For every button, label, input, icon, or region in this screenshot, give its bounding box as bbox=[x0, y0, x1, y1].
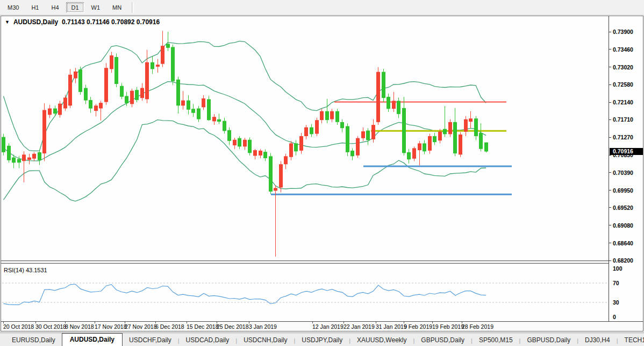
candle-body bbox=[259, 151, 262, 156]
timeframe-toolbar: M30H1H4D1W1MN bbox=[0, 0, 644, 15]
candle-body bbox=[397, 101, 400, 114]
chart-window: ▼AUDUSD,Daily 0.71143 0.71146 0.70892 0.… bbox=[1, 16, 643, 331]
candle-body bbox=[340, 122, 344, 128]
symbol-tab-dj30[interactable]: DJ30,H4 bbox=[578, 334, 617, 346]
symbol-tab-tech100[interactable]: TECH100, bbox=[618, 334, 644, 346]
candle-body bbox=[315, 120, 319, 133]
price-tick-label: 0.72140 bbox=[613, 99, 633, 105]
candle-body bbox=[58, 104, 62, 115]
price-tick-mark bbox=[609, 119, 611, 120]
symbol-tab-audusd-active[interactable]: AUDUSD,Daily bbox=[62, 333, 123, 346]
symbol-tab-usdjpy[interactable]: USDJPY,Daily bbox=[295, 334, 349, 346]
price-tick-mark bbox=[609, 102, 611, 103]
candle-body bbox=[130, 91, 134, 104]
symbol-tab-xauusd[interactable]: XAUUSD,Weekly bbox=[350, 334, 413, 346]
price-tick-label: 0.71710 bbox=[613, 116, 633, 123]
price-tick-mark bbox=[609, 172, 611, 173]
candle-body bbox=[248, 140, 252, 153]
candle-body bbox=[310, 128, 313, 135]
price-tick-label: 0.73900 bbox=[613, 29, 633, 35]
candle-body bbox=[207, 99, 211, 120]
timeframe-button-m30[interactable]: M30 bbox=[2, 2, 24, 13]
price-tick-label: 0.71270 bbox=[613, 134, 633, 140]
ohlc-values: 0.71143 0.71146 0.70892 0.70916 bbox=[62, 18, 160, 26]
candle-body bbox=[151, 62, 154, 69]
symbol-tab-usdcnh[interactable]: USDCNH,Daily bbox=[237, 334, 294, 346]
symbol-tab-sp500[interactable]: SP500,M15 bbox=[473, 334, 519, 346]
price-tick-label: 0.70390 bbox=[613, 170, 633, 176]
candle-body bbox=[433, 136, 437, 142]
date-tick-label: 6 Dec 2018 bbox=[155, 323, 184, 330]
price-tick-label: 0.72580 bbox=[613, 81, 633, 88]
timeframe-button-mn[interactable]: MN bbox=[107, 2, 127, 13]
symbol-tab-usdchf[interactable]: USDCHF,Daily bbox=[123, 334, 178, 346]
timeframe-button-h4[interactable]: H4 bbox=[46, 2, 64, 13]
candle-body bbox=[99, 103, 103, 108]
price-tick-mark bbox=[609, 207, 611, 208]
candle-body bbox=[166, 44, 170, 48]
candle-body bbox=[412, 148, 416, 158]
candle-body bbox=[181, 101, 185, 106]
timeframe-button-w1[interactable]: W1 bbox=[86, 2, 106, 13]
candle-body bbox=[27, 158, 31, 160]
price-tick-label: 0.73460 bbox=[613, 46, 633, 53]
candle-body bbox=[120, 86, 124, 97]
candle-body bbox=[233, 140, 237, 145]
rsi-pane[interactable] bbox=[2, 283, 609, 305]
candle-body bbox=[459, 135, 462, 154]
candle-body bbox=[346, 126, 349, 152]
candle-body bbox=[38, 152, 41, 160]
candle-body bbox=[474, 118, 478, 136]
candle-body bbox=[202, 98, 205, 107]
rsi-line bbox=[4, 284, 486, 305]
candle-body bbox=[171, 47, 175, 81]
candle-body bbox=[243, 140, 247, 147]
candle-body bbox=[371, 125, 375, 139]
price-tick-label: 0.69520 bbox=[613, 204, 633, 211]
price-axis[interactable]: 0.739000.734600.730200.725800.721400.717… bbox=[609, 16, 643, 321]
date-tick-label: 31 Jan 2019 bbox=[376, 323, 407, 330]
price-tick-label: 0.73020 bbox=[613, 64, 633, 70]
symbol-ohlc-header: ▼AUDUSD,Daily 0.71143 0.71146 0.70892 0.… bbox=[5, 18, 160, 26]
candle-body bbox=[125, 96, 128, 103]
candle-body bbox=[104, 68, 108, 102]
candle-body bbox=[223, 121, 226, 131]
symbol-tab-eurusd[interactable]: EURUSD,Daily bbox=[5, 334, 62, 346]
date-tick-label: 3 Jan 2019 bbox=[249, 323, 277, 330]
price-tick-label: 0.68200 bbox=[613, 257, 633, 264]
symbol-dropdown-icon[interactable]: ▼ bbox=[5, 19, 10, 25]
symbol-tab-usdcad[interactable]: USDCAD,Daily bbox=[180, 334, 236, 346]
price-tick-mark bbox=[609, 49, 611, 50]
candle-body bbox=[448, 122, 452, 134]
date-axis[interactable]: 20 Oct 201830 Oct 20188 Nov 201817 Nov 2… bbox=[1, 321, 643, 331]
candle-body bbox=[48, 109, 52, 115]
candle-body bbox=[443, 129, 447, 135]
symbol-tab-gbpusd[interactable]: GBPUSD,Daily bbox=[414, 334, 471, 346]
candle-body bbox=[453, 122, 457, 153]
candle-body bbox=[68, 75, 72, 106]
candle-body bbox=[279, 164, 283, 187]
candle-body bbox=[89, 100, 92, 109]
chart-canvas[interactable] bbox=[1, 16, 609, 321]
date-tick-label: 27 Nov 2018 bbox=[125, 323, 157, 330]
candle-body bbox=[274, 188, 277, 190]
date-tick-label: 28 Feb 2019 bbox=[462, 323, 493, 330]
rsi-indicator-label: RSI(14) 43.1531 bbox=[4, 267, 47, 273]
price-tick-mark bbox=[609, 225, 611, 225]
candle-body bbox=[217, 119, 221, 122]
candle-body bbox=[289, 143, 293, 157]
candle-body bbox=[161, 46, 164, 64]
candle-body bbox=[191, 109, 195, 113]
date-tick-label: 19 Feb 2019 bbox=[432, 323, 464, 330]
candle-body bbox=[227, 130, 231, 141]
date-tick-label: 25 Dec 2018 bbox=[217, 323, 249, 330]
date-tick-label: 30 Oct 2018 bbox=[35, 323, 66, 330]
candle-body bbox=[330, 111, 334, 119]
main-pane[interactable] bbox=[2, 31, 512, 257]
candle-body bbox=[325, 111, 329, 120]
candle-body bbox=[212, 117, 216, 121]
symbol-tab-gbpusd[interactable]: GBPUSD,Daily bbox=[520, 334, 577, 346]
candle-body bbox=[115, 57, 118, 84]
timeframe-button-h1[interactable]: H1 bbox=[26, 2, 44, 13]
timeframe-button-d1[interactable]: D1 bbox=[66, 2, 84, 13]
